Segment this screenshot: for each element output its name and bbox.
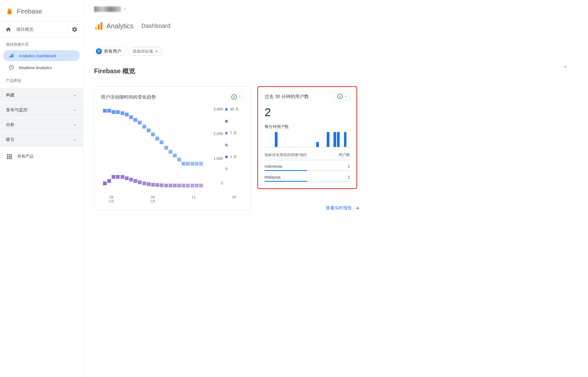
data-point [182, 184, 185, 187]
svg-rect-4 [95, 27, 97, 30]
minibar [333, 132, 336, 147]
legend-square [225, 120, 228, 123]
sidebar-item-analytics-dashboard[interactable]: Analytics Dashboard [3, 50, 80, 61]
caret-down-icon [123, 8, 126, 11]
data-point [142, 125, 146, 129]
analytics-title: Analytics [106, 22, 133, 30]
bar-chart-icon [9, 53, 14, 58]
project-overview-label: 项目概览 [16, 27, 63, 32]
gear-icon[interactable] [72, 26, 78, 32]
home-icon [5, 26, 11, 32]
data-point [133, 179, 137, 183]
data-point [195, 184, 199, 187]
project-selector[interactable] [94, 4, 577, 18]
data-point [147, 182, 151, 186]
data-point [107, 179, 111, 183]
xtick: 281月 [109, 195, 114, 204]
data-point [142, 181, 146, 185]
data-point [191, 184, 194, 187]
legend-label: 1 天 [230, 154, 237, 159]
users-count: 2 [265, 106, 350, 119]
minibar [275, 132, 278, 147]
ytick: 1,000 [210, 156, 223, 161]
data-point [107, 109, 111, 113]
chart-plot[interactable] [101, 106, 208, 193]
data-point [133, 118, 137, 122]
xtick: 11 [192, 195, 196, 204]
main-header: Analytics Dashboard [83, 0, 588, 38]
chevron-down-icon [73, 138, 77, 142]
category-label: 构建 [6, 92, 15, 98]
check-icon [337, 94, 343, 99]
overview-title: Firebase 概览 [94, 67, 577, 75]
category-engage[interactable]: 吸引 [0, 133, 83, 147]
dashboard-title: Dashboard [141, 22, 171, 29]
category-build[interactable]: 构建 [0, 88, 83, 102]
data-point [116, 110, 120, 114]
divider [137, 22, 138, 30]
filter-add-compare[interactable]: 添加对比项 + [129, 47, 162, 56]
data-point [103, 181, 107, 185]
svg-rect-0 [9, 56, 10, 58]
data-point [116, 175, 120, 179]
category-release[interactable]: 发布与监控 [0, 103, 83, 117]
data-point [155, 183, 159, 187]
main-content: Analytics Dashboard 所 所有用户 添加对比项 + Fireb… [83, 0, 588, 377]
minibar [344, 132, 347, 147]
chart-legend: 30 天 7 天 [225, 106, 244, 193]
chip-label: 添加对比项 [133, 49, 153, 54]
view-realtime-link[interactable]: 查看实时报告 [326, 205, 360, 211]
data-point [129, 115, 133, 119]
data-point [199, 162, 203, 166]
sidebar-item-realtime-analytics[interactable]: Realtime Analytics [3, 62, 80, 73]
data-point [169, 184, 172, 187]
filter-all-users[interactable]: 所 所有用户 [94, 47, 126, 56]
firebase-logo-icon [6, 6, 14, 16]
data-point [160, 140, 163, 144]
country-name: Indonesia [265, 164, 282, 169]
svg-rect-2 [12, 54, 13, 58]
ytick: 2,000 [210, 132, 223, 136]
data-point [199, 184, 203, 187]
legend-square [225, 167, 228, 170]
legend-item: 30 天 [225, 107, 244, 112]
ytick: 3,000 [210, 107, 223, 111]
project-overview-row[interactable]: 项目概览 [0, 22, 83, 37]
link-label: 查看实时报告 [326, 205, 352, 211]
country-header-right: 用户数 [339, 153, 350, 158]
grid-icon [7, 154, 12, 159]
country-bar [265, 170, 350, 171]
status-pill[interactable] [229, 93, 244, 101]
legend-item [225, 120, 244, 123]
country-row: Indonesia1 [265, 161, 350, 172]
brand-header[interactable]: Firebase [0, 2, 83, 22]
content-area: 所 所有用户 添加对比项 + Firebase 概览 用户活动随时间的变化趋势 [83, 38, 588, 219]
legend-dot [225, 108, 228, 111]
caret-down-icon [344, 95, 348, 98]
divider [67, 26, 67, 33]
data-point [195, 162, 199, 166]
legend-item: 7 天 [225, 131, 244, 136]
data-point [164, 146, 168, 150]
country-row: Malaysia1 [265, 172, 350, 183]
country-bar [265, 181, 350, 182]
view-realtime-link-wrap: 查看实时报告 [257, 205, 360, 211]
analytics-icon [94, 22, 103, 30]
country-list: Indonesia1Malaysia1 [265, 161, 350, 183]
all-products-link[interactable]: 所有产品 [0, 147, 83, 166]
loading-indicator [564, 66, 566, 68]
country-count: 1 [348, 175, 350, 179]
clock-icon [9, 65, 14, 70]
minibar [316, 142, 319, 147]
svg-rect-1 [11, 55, 12, 58]
data-point [151, 183, 155, 187]
svg-rect-5 [98, 24, 100, 30]
card-header: 过去 30 分钟的用户数 [265, 92, 350, 100]
data-point [182, 162, 185, 166]
chip-label: 所有用户 [104, 49, 121, 54]
sidebar-item-label: Analytics Dashboard [19, 53, 56, 58]
legend-label: 7 天 [230, 131, 237, 136]
data-point [138, 121, 142, 124]
category-analytics[interactable]: 分析 [0, 118, 83, 132]
status-pill[interactable] [335, 92, 350, 100]
